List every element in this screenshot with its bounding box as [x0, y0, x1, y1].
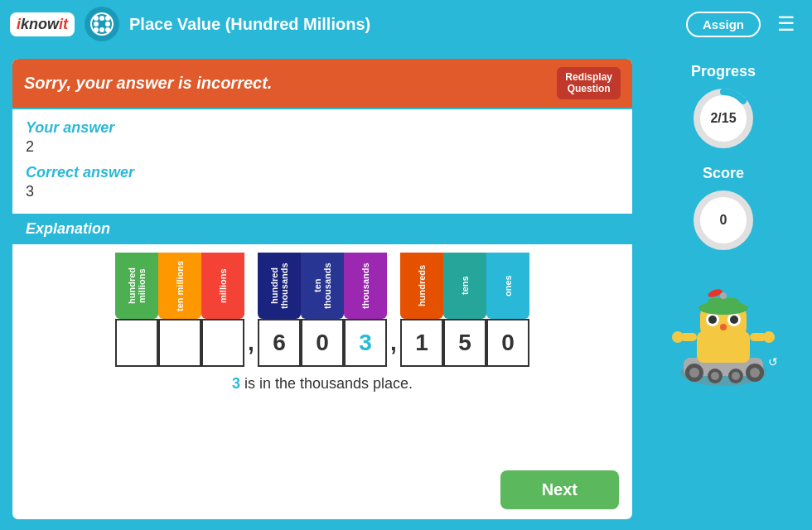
svg-point-3 — [105, 16, 110, 21]
svg-point-29 — [720, 324, 727, 330]
digit-box: 1 — [400, 319, 443, 367]
column-label: millions — [201, 253, 244, 319]
explanation-suffix: is in the thousands place. — [244, 375, 413, 392]
redisplay-button[interactable]: RedisplayQuestion — [557, 67, 621, 99]
svg-point-18 — [711, 372, 719, 380]
progress-label: Progress — [691, 63, 756, 80]
score-label: Score — [703, 165, 744, 182]
column-label: ten millions — [158, 253, 201, 319]
digit-box — [201, 319, 244, 367]
place-value-column: ones0 — [486, 253, 529, 367]
svg-rect-31 — [707, 298, 740, 310]
film-icon — [85, 7, 119, 41]
score-box: Score 0 — [690, 165, 756, 253]
correct-answer-label: Correct answer — [26, 164, 619, 181]
column-label: ten thousands — [301, 253, 344, 319]
place-value-column: tens5 — [443, 253, 486, 367]
comma-separator: , — [387, 319, 400, 367]
score-value: 0 — [690, 187, 756, 253]
next-button[interactable]: Next — [500, 470, 619, 509]
svg-point-7 — [99, 27, 104, 32]
column-label: ones — [486, 253, 529, 319]
digit-box — [158, 319, 201, 367]
svg-point-2 — [99, 16, 104, 21]
left-panel: Sorry, your answer is incorrect. Redispl… — [10, 56, 635, 522]
svg-point-4 — [94, 22, 99, 26]
assign-button[interactable]: Assign — [686, 12, 761, 37]
progress-value: 2/15 — [690, 85, 756, 152]
menu-button[interactable]: ☰ — [771, 9, 802, 39]
explanation-text: 3 is in the thousands place. — [232, 375, 413, 393]
svg-point-28 — [730, 316, 738, 324]
column-label: hundreds — [400, 253, 443, 319]
place-value-columns: hundred millionsten millionsmillions,hun… — [115, 253, 529, 367]
progress-ring: 2/15 — [690, 85, 756, 152]
place-value-column: ten thousands0 — [301, 253, 344, 367]
explanation-label: Explanation — [26, 220, 110, 237]
your-answer-label: Your answer — [26, 119, 619, 137]
svg-point-38 — [763, 331, 775, 343]
svg-point-1 — [94, 16, 99, 21]
logo: iknowit — [10, 12, 75, 36]
place-value-column: hundred millions — [115, 253, 158, 367]
svg-point-6 — [94, 27, 99, 32]
column-label: hundred thousands — [258, 253, 301, 319]
place-value-column: hundreds1 — [400, 253, 443, 367]
correct-answer-value: 3 — [26, 183, 619, 200]
digit-box — [115, 319, 158, 367]
right-panel: Progress 2/15 Score 0 — [645, 56, 802, 522]
your-answer-value: 2 — [26, 138, 619, 156]
highlight-number: 3 — [232, 375, 240, 392]
incorrect-banner: Sorry, your answer is incorrect. Redispl… — [12, 59, 632, 109]
explanation-banner: Explanation — [12, 214, 632, 244]
diagram-area: hundred millionsten millionsmillions,hun… — [12, 244, 632, 470]
place-value-column: hundred thousands6 — [258, 253, 301, 367]
next-button-row: Next — [12, 470, 632, 519]
svg-point-5 — [105, 22, 110, 26]
robot-character: ↺ — [665, 275, 781, 383]
score-ring: 0 — [690, 187, 756, 253]
svg-point-8 — [105, 27, 110, 32]
column-label: tens — [443, 253, 486, 319]
header: iknowit Place Value (Hundred Millions) A… — [0, 0, 812, 48]
column-label: hundred millions — [115, 253, 158, 319]
svg-point-36 — [672, 331, 684, 343]
place-value-column: millions — [201, 253, 244, 367]
svg-point-20 — [732, 372, 740, 380]
place-value-column: thousands3 — [344, 253, 387, 367]
place-value-column: ten millions — [158, 253, 201, 367]
svg-point-16 — [689, 368, 699, 378]
answer-section: Your answer 2 Correct answer 3 — [12, 109, 632, 209]
digit-box: 0 — [301, 319, 344, 367]
digit-box: 0 — [486, 319, 529, 367]
svg-point-22 — [750, 368, 760, 378]
main-area: Sorry, your answer is incorrect. Redispl… — [0, 48, 812, 530]
digit-box: 6 — [258, 319, 301, 367]
page-title: Place Value (Hundred Millions) — [129, 15, 676, 34]
svg-text:↺: ↺ — [768, 355, 778, 369]
progress-box: Progress 2/15 — [690, 63, 756, 152]
incorrect-message: Sorry, your answer is incorrect. — [24, 74, 272, 93]
comma-separator: , — [244, 319, 258, 367]
column-label: thousands — [344, 253, 387, 319]
digit-box: 3 — [344, 319, 387, 367]
svg-point-27 — [708, 316, 717, 324]
digit-box: 5 — [443, 319, 486, 367]
